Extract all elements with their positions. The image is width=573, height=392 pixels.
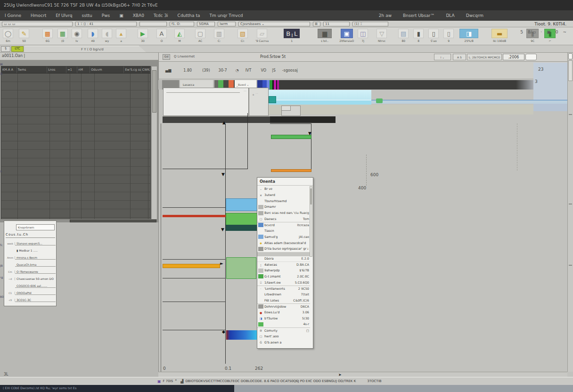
context-menu-item[interactable]: · 'Lentlanwerts 2 9C50 (257, 286, 310, 292)
toolbar-icon-button[interactable]: ▣ 2ltfwraiaO (339, 29, 354, 42)
toolbar-control[interactable] (139, 22, 167, 26)
tab-strip-tab[interactable]: F Y ( O bg/v/d (25, 46, 146, 52)
toolbar-icon-button[interactable]: ▶ 30 (138, 29, 148, 42)
menu-item-right[interactable]: Dwcqrm (466, 13, 483, 18)
gantt-task-bar[interactable] (226, 257, 256, 279)
context-menu-item[interactable]: ◆ Altias adam (bacsoscdcal'd (257, 240, 310, 246)
toolbar-icon-button[interactable]: ▬ Iki 190d8 (491, 29, 508, 42)
gantt-task-bar[interactable] (226, 330, 258, 340)
dialog-row[interactable]: wask Slanavs exparcS... (6, 240, 56, 247)
dialog-row[interactable]: Amm mnsna.s Besm (6, 254, 56, 261)
gantt-task-bar[interactable] (163, 215, 226, 217)
dialog-row[interactable]: COGOCO-606 aal....... (6, 282, 56, 289)
title-bar-item[interactable]: 50kBgs (105, 3, 121, 8)
toolbar-icon-button[interactable]: ▴ a (116, 29, 126, 42)
timeline-segment[interactable] (516, 80, 536, 90)
title-bar-item[interactable]: C91 5E 726 T5F 2B UW 4a ⊡ (44, 3, 105, 8)
toolbar-icon-button[interactable]: ▥ C: (214, 29, 224, 42)
context-menu-item[interactable] (257, 252, 310, 256)
mini-icon[interactable]: · (540, 30, 542, 34)
toolbar-icon-button[interactable]: ▤ 80 (398, 29, 409, 42)
toolbar-icon-button[interactable]: ◫ 7j (358, 29, 368, 42)
toolbar-icon-button[interactable]: ◨ 25%/8 (459, 29, 478, 42)
context-menu-item[interactable]: 9ahwrpdp $'6/7B (257, 268, 310, 274)
context-menu-scrollbar[interactable] (310, 186, 312, 257)
context-menu-item[interactable]: Tbsnsrhtswmd (257, 198, 310, 204)
menu-item[interactable]: XBA0 (133, 13, 144, 18)
side-rail-icon[interactable]: 5; (0, 243, 4, 246)
menu-item[interactable]: Hmocrt (31, 13, 46, 18)
table-column-header[interactable]: =1 (66, 66, 77, 73)
context-menu-item[interactable]: Dmamr (257, 204, 310, 210)
dialog-row[interactable]: Cm O ITomeswanre (6, 268, 56, 275)
child-window-icon[interactable]: Gd (163, 54, 170, 60)
toolbar-icon-button[interactable]: ▱ '9 Cacrva (255, 29, 269, 42)
sub-toolbar-item[interactable]: IVT (246, 68, 252, 73)
side-rail-icon[interactable]: 9 (0, 170, 4, 173)
toolbar-icon-button[interactable]: B╷L 1 (284, 29, 300, 42)
sub-toolbar-item[interactable]: |S (272, 68, 276, 73)
menu-item[interactable]: Cduttha ta (178, 13, 200, 18)
header-cell-2[interactable]: A 5 (453, 54, 466, 60)
title-bar-item[interactable]: 25Ug Uwlend (4, 3, 32, 8)
scrollbar-thumb[interactable] (568, 60, 573, 81)
context-menu-item[interactable]: ▢ hwrt'.aoo (257, 334, 310, 340)
sub-toolbar-item[interactable]: 1.80 (183, 68, 192, 73)
tab-strip-button[interactable]: § (1, 46, 10, 52)
menu-item-right[interactable]: DLA (446, 13, 454, 18)
context-menu-item[interactable]: ¦ 4atwcas D.BA.CA (257, 261, 310, 268)
toolbar-icon-button[interactable]: ▆ L'bil.. (318, 29, 332, 42)
tab-strip-green-button[interactable]: LTC (11, 46, 24, 52)
toolbar-control[interactable]: f1. O: (170, 22, 194, 26)
toolbar-icon-button[interactable]: ▧ Ci: (237, 29, 248, 42)
sub-toolbar-item[interactable]: ◔ (236, 68, 239, 73)
gantt-task-bar[interactable] (271, 169, 311, 172)
context-menu-item[interactable]: bcvcrd Itcrcaza (257, 222, 310, 228)
table-column-header[interactable]: Lnos (47, 66, 66, 73)
context-menu-item[interactable]: Dàera E.2.0 (257, 256, 310, 262)
toolbar-icon-button[interactable]: ▢ AC (195, 29, 205, 42)
gantt-task-bar[interactable] (163, 264, 220, 268)
table-scrollbar-thumb[interactable] (152, 70, 156, 113)
context-menu-item[interactable]: Samvd'g JAl.cao (257, 234, 310, 240)
context-menu-item[interactable]: ⌻ 1/tawrt.ow 5.C0.6Q0 (257, 279, 310, 286)
mini-icon[interactable]: 0 (556, 30, 558, 34)
main-vertical-scrollbar[interactable] (567, 53, 573, 372)
mini-icon[interactable]: 8/▭ (528, 30, 536, 34)
toolbar-control[interactable]: 5GMA (197, 22, 215, 26)
header-cell-3[interactable]: L. 29/7OHCR MPCMC0 (467, 54, 502, 60)
gantt-summary-bar-right[interactable] (270, 116, 336, 123)
context-menu-item[interactable]: ⑩ Comvrty ▢ (257, 327, 310, 334)
gantt-summary-bar-left[interactable] (163, 116, 270, 123)
sub-toolbar-item[interactable]: -sgoosaj (282, 68, 298, 73)
side-rail-icon[interactable]: ▤ (0, 62, 4, 65)
context-menu-item[interactable]: F6t Lotws C&0fl.)C(6 (257, 297, 310, 303)
dialog-row[interactable]: QuacaCh.bma (6, 261, 56, 268)
menu-item[interactable]: ssttu (82, 13, 92, 18)
menu-item[interactable]: Tcdc 3i (154, 13, 168, 18)
toolbar-icon-button[interactable]: ◭ M (174, 29, 185, 42)
data-table[interactable]: KM.A ATwmsLnos=1nMOduvmEw'S.cg ssoOnsCWK… (1, 66, 151, 219)
toolbar-icon-button[interactable]: ✎ 50 (19, 29, 29, 42)
context-menu-scrollbar-thumb[interactable] (310, 188, 312, 204)
mini-icon[interactable]: 5 (520, 30, 523, 34)
toolbar-icon-button[interactable]: ▯ 9 (443, 29, 454, 42)
context-menu-item[interactable]: ✕ 3utwrd (257, 192, 310, 198)
menu-item[interactable]: Ef Ulvrq (56, 13, 72, 18)
side-rail-icon[interactable]: B0 (0, 295, 4, 298)
toolbar-icon-button[interactable]: ◖ wy (102, 29, 112, 42)
menu-item-right[interactable]: 2h aw (379, 13, 392, 18)
title-bar-item[interactable]: D6+ 7H0 2t T6vE (121, 3, 158, 8)
toolbar-icon-button[interactable]: ▯ S'ao (428, 29, 439, 42)
toolbar-icon-button[interactable]: ▩ 6G (42, 29, 53, 42)
scrollbar-top-button[interactable] (568, 53, 573, 59)
context-menu-item[interactable]: Tiascn (257, 228, 310, 234)
table-body[interactable] (1, 74, 150, 219)
sub-toolbar-item[interactable]: VO (261, 68, 266, 73)
green-marker[interactable] (376, 98, 383, 103)
context-menu-item[interactable]: ● Eows.Lu'd 3.06 (257, 310, 310, 316)
mini-icon[interactable]: ~ (563, 30, 566, 34)
teal-marker[interactable] (269, 96, 276, 103)
table-vertical-scrollbar[interactable] (151, 66, 157, 220)
context-menu-item[interactable]: Lrbwdrewn 7(tait (257, 292, 310, 298)
